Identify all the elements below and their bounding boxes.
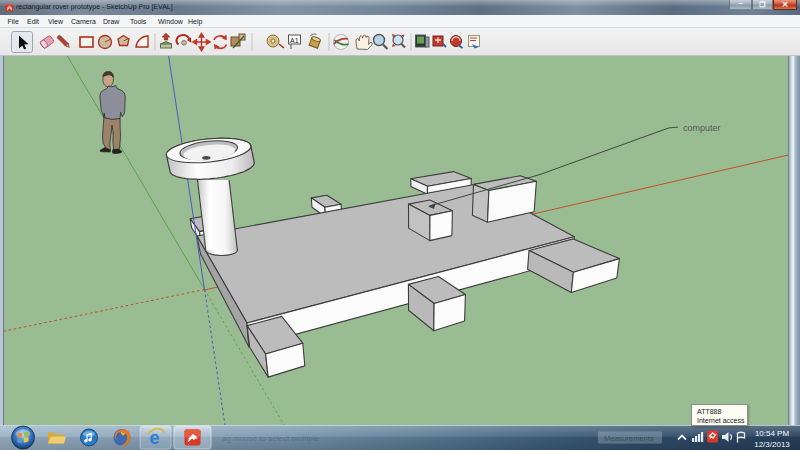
svg-text:computer: computer	[683, 123, 721, 133]
svg-text:12/3/2013: 12/3/2013	[754, 440, 790, 449]
svg-text:10:54 PM: 10:54 PM	[755, 429, 790, 438]
svg-text:ag mouse to select multiple: ag mouse to select multiple	[222, 434, 319, 443]
svg-text:A1: A1	[290, 37, 299, 44]
svg-text:Measurements: Measurements	[604, 434, 654, 443]
